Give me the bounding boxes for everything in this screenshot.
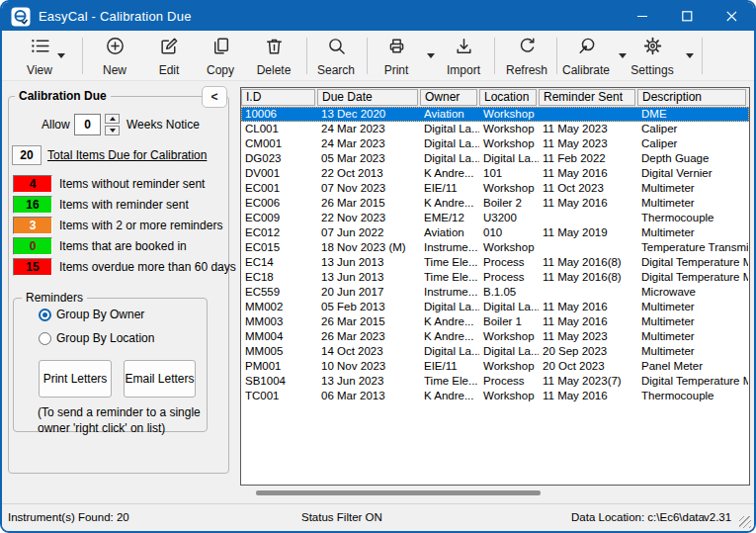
table-row[interactable]: SB100413 Jun 2023Time Ele...Process11 Ma…	[241, 374, 749, 389]
table-cell: Boiler 1	[479, 314, 539, 329]
table-row[interactable]: TC00106 Mar 2013K Andre...Workshop11 May…	[241, 389, 749, 403]
table-cell: Panel Meter	[637, 359, 748, 374]
table-cell: 11 Oct 2023	[539, 181, 637, 196]
table-cell: 24 Mar 2023	[317, 122, 420, 136]
radio-selected-icon	[39, 309, 51, 321]
table-cell: Thermocouple	[637, 389, 748, 403]
table-cell: 11 May 2016(8)	[539, 255, 637, 270]
table-cell: 11 May 2023	[539, 329, 637, 344]
total-items-link[interactable]: Total Items Due for Calibration	[47, 148, 207, 162]
toolbar-separator	[82, 38, 83, 74]
column-header-description[interactable]: Description	[637, 89, 746, 106]
toolbar-button-label: Settings	[630, 63, 673, 77]
easycal-window: EasyCal - Calibration Due ViewNewEditCop…	[0, 0, 756, 533]
circle-plus-icon	[105, 36, 126, 59]
table-row[interactable]: EC00626 Mar 2015K Andre...Boiler 211 May…	[241, 196, 749, 211]
table-cell: Workshop	[479, 107, 539, 122]
view-button[interactable]: View	[16, 35, 63, 77]
table-cell: 24 Mar 2023	[317, 136, 420, 151]
table-cell: Digital La...	[420, 300, 479, 314]
group-by-location-label: Group By Location	[56, 331, 154, 345]
table-row[interactable]: MM00205 Feb 2013Digital La...Digital La.…	[241, 300, 749, 314]
table-cell: 11 May 2016	[539, 314, 637, 329]
table-cell: EC001	[241, 181, 317, 196]
table-row[interactable]: DG02305 Mar 2023Digital La...Digital La.…	[241, 151, 749, 166]
table-cell: 06 Mar 2013	[317, 389, 420, 403]
toolbar-button-label: New	[103, 63, 126, 77]
weeks-notice-spin-down[interactable]	[105, 126, 120, 135]
stat-label: Items with 2 or more reminders	[59, 219, 222, 232]
table-cell: Workshop	[479, 240, 539, 255]
table-row[interactable]: 1000613 Dec 2020AviationWorkshopDME	[241, 107, 749, 122]
new-button[interactable]: New	[92, 35, 137, 77]
version-status: v2.31	[704, 511, 731, 523]
table-cell: K Andre...	[420, 166, 479, 181]
email-letters-button[interactable]: Email Letters	[124, 360, 196, 398]
group-by-owner-radio[interactable]: Group By Owner	[39, 308, 144, 321]
toolbar: ViewNewEditCopyDeleteSearchPrintImportRe…	[2, 31, 754, 81]
refresh-button[interactable]: Refresh	[501, 35, 552, 77]
settings-button[interactable]: Settings	[626, 35, 679, 77]
import-button[interactable]: Import	[438, 35, 489, 77]
group-by-location-radio[interactable]: Group By Location	[39, 331, 154, 345]
refresh-icon	[517, 36, 538, 59]
table-cell: Instrume...	[420, 285, 479, 300]
gear-icon	[642, 36, 663, 59]
main-area: Calibration Due < Allow 0 Weeks Notice 2…	[2, 81, 754, 503]
table-row[interactable]: EC01207 Jun 2022Aviation01011 May 2019Mu…	[241, 225, 749, 240]
table-cell: Aviation	[420, 107, 479, 122]
table-row[interactable]: EC55920 Jun 2017Instrume...B.1.05Microwa…	[241, 285, 749, 300]
table-cell: 20 Oct 2023	[539, 359, 637, 374]
table-cell	[539, 285, 637, 300]
weeks-notice-input[interactable]: 0	[74, 114, 101, 135]
trash-icon	[264, 36, 285, 59]
table-row[interactable]: EC00922 Nov 2023EME/12U3200Thermocouple	[241, 211, 749, 225]
horizontal-scrollbar-thumb[interactable]	[256, 490, 541, 495]
table-cell: K Andre...	[420, 196, 479, 211]
print-button[interactable]: Print	[374, 35, 419, 77]
weeks-notice-spin-up[interactable]	[105, 114, 120, 124]
table-cell	[539, 107, 637, 122]
reminders-title: Reminders	[22, 291, 87, 305]
table-cell: 07 Jun 2022	[317, 225, 420, 240]
table-row[interactable]: EC01518 Nov 2023 (M)Instrume...WorkshopT…	[241, 240, 749, 255]
table-cell: Multimeter	[637, 344, 748, 359]
print-letters-button[interactable]: Print Letters	[39, 360, 112, 398]
column-header-i-d[interactable]: I.D	[241, 89, 315, 106]
column-header-owner[interactable]: Owner	[420, 89, 477, 106]
close-button[interactable]	[710, 2, 754, 31]
table-row[interactable]: EC00107 Nov 2023EIE/11Workshop11 Oct 202…	[241, 181, 749, 196]
edit-button[interactable]: Edit	[146, 35, 192, 77]
dropdown-arrow-icon[interactable]	[686, 53, 694, 58]
toolbar-button-label: Refresh	[506, 63, 547, 77]
table-row[interactable]: CM00124 Mar 2023Digital La...Workshop11 …	[241, 136, 749, 151]
table-row[interactable]: EC1413 Jun 2013Time Ele...Process11 May …	[241, 255, 749, 270]
resize-grip[interactable]	[739, 516, 751, 528]
table-row[interactable]: DV00122 Oct 2013K Andre...10111 May 2016…	[241, 166, 749, 181]
copy-button[interactable]: Copy	[196, 35, 245, 77]
stat-count-badge: 16	[13, 196, 52, 214]
minimize-button[interactable]	[621, 2, 665, 31]
delete-button[interactable]: Delete	[249, 35, 298, 77]
table-row[interactable]: MM00514 Oct 2023Digital La...Digital La.…	[241, 344, 749, 359]
collapse-panel-button[interactable]: <	[202, 86, 227, 108]
table-cell: EC18	[241, 270, 317, 285]
table-row[interactable]: EC1813 Jun 2013Time Ele...Process11 May …	[241, 270, 749, 285]
table-cell: K Andre...	[420, 314, 479, 329]
column-header-reminder-sent[interactable]: Reminder Sent	[539, 89, 635, 106]
table-row[interactable]: PM00110 Nov 2023EIE/11Workshop20 Oct 202…	[241, 359, 749, 374]
column-header-location[interactable]: Location	[479, 89, 537, 106]
table-row[interactable]: CL00124 Mar 2023Digital La...Workshop11 …	[241, 122, 749, 136]
table-row[interactable]: MM00326 Mar 2015K Andre...Boiler 111 May…	[241, 314, 749, 329]
dropdown-arrow-icon[interactable]	[427, 53, 435, 58]
search-button[interactable]: Search	[311, 35, 361, 77]
table-cell: Workshop	[479, 181, 539, 196]
calibrate-button[interactable]: Calibrate	[557, 35, 615, 77]
table-row[interactable]: MM00426 Mar 2023K Andre...Workshop11 May…	[241, 329, 749, 344]
table-cell: K Andre...	[420, 329, 479, 344]
maximize-button[interactable]	[665, 2, 710, 31]
calibration-table: I.DDue DateOwnerLocationReminder SentDes…	[240, 87, 750, 486]
table-cell: 13 Dec 2020	[317, 107, 420, 122]
column-header-due-date[interactable]: Due Date	[317, 89, 418, 106]
dropdown-arrow-icon[interactable]	[57, 53, 65, 58]
